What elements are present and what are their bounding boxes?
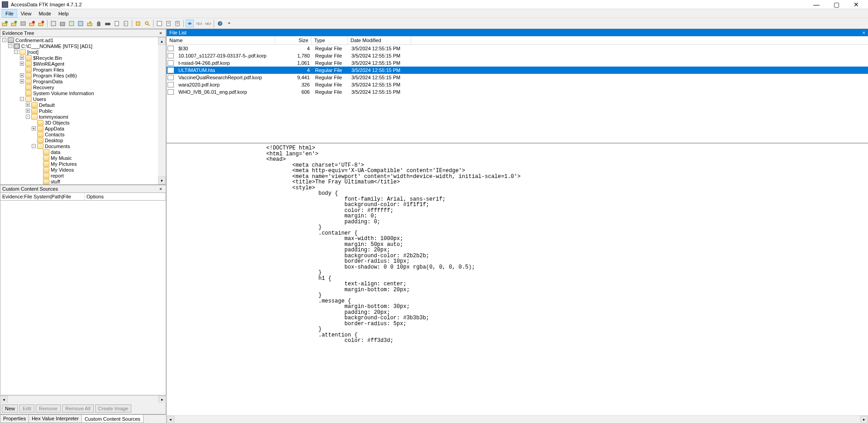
file-list-close-icon[interactable]: × (863, 30, 865, 35)
file-list[interactable]: $I304Regular File3/5/2024 12:55:15 PM10.… (167, 45, 868, 143)
tree-node[interactable]: Desktop (0, 137, 166, 143)
tree-node[interactable]: -C:\C___NONAME [NTFS] [AD1] (0, 43, 166, 49)
tree-expander-icon[interactable]: + (20, 62, 24, 66)
scroll-down-icon[interactable]: ▾ (158, 177, 166, 184)
col-type[interactable]: Type (312, 36, 348, 44)
tree-node[interactable]: My Pictures (0, 161, 166, 167)
tree-expander-icon[interactable]: + (20, 73, 24, 77)
tab-custom[interactable]: Custom Content Sources (82, 415, 144, 423)
scroll-left-icon[interactable]: ◂ (0, 396, 8, 404)
tree-expander-icon[interactable] (32, 138, 36, 142)
toolbar-help-icon[interactable]: ? (216, 19, 224, 28)
tree-expander-icon[interactable] (38, 156, 42, 160)
tree-node[interactable]: -tommyxiaomi (0, 114, 166, 120)
create-image-button[interactable]: Create Image (95, 404, 132, 413)
tree-expander-icon[interactable] (20, 67, 24, 72)
preview-hscroll[interactable]: ◂ ▸ (167, 415, 868, 423)
tree-expander-icon[interactable]: + (26, 103, 30, 107)
menu-mode[interactable]: Mode (35, 9, 55, 18)
file-row[interactable]: WHO_IVB_06.01_eng.pdf.korp606Regular Fil… (167, 88, 868, 96)
minimize-button[interactable]: — (806, 0, 826, 9)
tree-node[interactable]: +Default (0, 102, 166, 108)
toolbar-add-to-custom-icon[interactable] (77, 19, 85, 28)
tree-expander-icon[interactable]: - (2, 38, 6, 42)
custom-hscroll[interactable]: ◂ ▸ (0, 395, 166, 403)
tree-scrollbar[interactable]: ▴ ▾ (158, 37, 166, 184)
toolbar-add-evidence-icon[interactable] (1, 19, 9, 28)
tree-node[interactable]: -[root] (0, 49, 166, 55)
toolbar-remove-all-icon[interactable] (37, 19, 45, 28)
custom-content-close-icon[interactable]: × (158, 186, 164, 192)
toolbar-detect-efs-icon[interactable] (104, 19, 112, 28)
tree-node[interactable]: -Confinement.ad1 (0, 37, 166, 43)
tree-node[interactable]: Program Files (0, 67, 166, 72)
custom-col-options[interactable]: Options (85, 193, 166, 200)
tree-node[interactable]: +Program Files (x86) (0, 72, 166, 78)
file-row[interactable]: 10.1007_s11227-019-03137-5-.pdf.korp1,78… (167, 52, 868, 59)
tree-expander-icon[interactable]: - (8, 44, 12, 48)
toolbar-hex-interpreter-icon[interactable] (173, 19, 182, 28)
toolbar-obtain-protected-icon[interactable] (95, 19, 103, 28)
tree-node[interactable]: +$WinREAgent (0, 61, 166, 67)
col-name[interactable]: Name (167, 36, 275, 44)
menu-file[interactable]: File (2, 9, 17, 18)
tree-expander-icon[interactable] (20, 91, 24, 95)
tree-node[interactable]: +$Recycle.Bin (0, 55, 166, 61)
tree-expander-icon[interactable] (38, 179, 42, 183)
tree-node[interactable]: +Public (0, 108, 166, 114)
tree-node[interactable]: report (0, 173, 166, 178)
tree-expander-icon[interactable]: - (26, 115, 30, 119)
preview-pane[interactable]: <!DOCTYPE html> <html lang='en'> <head> … (167, 143, 868, 415)
file-row[interactable]: VaccineQualResearchReport.pdf.korp9,441R… (167, 74, 868, 81)
tree-expander-icon[interactable] (32, 120, 36, 125)
edit-button[interactable]: Edit (19, 404, 34, 413)
tree-node[interactable]: stuff (0, 178, 166, 184)
toolbar-export-disk-icon[interactable] (58, 19, 67, 28)
tree-expander-icon[interactable] (32, 132, 36, 136)
toolbar-create-custom-icon[interactable] (86, 19, 94, 28)
toolbar-new-window-icon[interactable] (155, 19, 163, 28)
tree-node[interactable]: +AppData (0, 125, 166, 131)
toolbar-add-all-icon[interactable] (10, 19, 18, 28)
new-button[interactable]: New (2, 404, 18, 413)
col-date[interactable]: Date Modified (348, 36, 411, 44)
scroll-up-icon[interactable]: ▴ (158, 37, 166, 45)
scroll-left-icon[interactable]: ◂ (167, 416, 174, 423)
tree-expander-icon[interactable] (38, 173, 42, 178)
tree-expander-icon[interactable]: + (20, 79, 24, 83)
toolbar-export-hash-icon[interactable]: # (122, 19, 130, 28)
toolbar-create-image-icon[interactable] (49, 19, 58, 28)
menu-view[interactable]: View (17, 9, 35, 18)
tree-expander-icon[interactable]: - (20, 97, 24, 101)
evidence-tree-close-icon[interactable]: × (158, 30, 164, 36)
toolbar-refresh-icon[interactable] (134, 19, 142, 28)
tree-node[interactable]: -Users (0, 96, 166, 102)
scroll-right-icon[interactable]: ▸ (158, 396, 166, 404)
toolbar-remove-evidence-icon[interactable] (28, 19, 36, 28)
tree-node[interactable]: System Volume Information (0, 90, 166, 96)
tree-node[interactable]: 3D Objects (0, 120, 166, 125)
tree-node[interactable]: Recovery (0, 84, 166, 90)
tab-hex[interactable]: Hex Value Interpreter (29, 415, 82, 423)
tree-expander-icon[interactable]: + (26, 109, 30, 113)
file-row[interactable]: $I304Regular File3/5/2024 12:55:15 PM (167, 45, 868, 52)
tree-expander-icon[interactable] (38, 162, 42, 166)
remove-all-button[interactable]: Remove All (62, 404, 94, 413)
tree-expander-icon[interactable] (38, 150, 42, 154)
custom-col-evidence[interactable]: Evidence:File System|Path|File (0, 193, 85, 200)
close-button[interactable]: ✕ (846, 0, 866, 9)
col-size[interactable]: Size (275, 36, 312, 44)
tree-expander-icon[interactable]: + (32, 126, 36, 130)
tree-expander-icon[interactable] (20, 85, 24, 89)
tree-expander-icon[interactable]: - (32, 144, 36, 148)
toolbar-text-view-icon[interactable]: TEXT (195, 19, 203, 28)
toolbar-export-logical-icon[interactable] (67, 19, 76, 28)
custom-content-list[interactable] (0, 201, 166, 395)
tree-node[interactable]: Contacts (0, 131, 166, 137)
toolbar-find-icon[interactable] (143, 19, 151, 28)
remove-button[interactable]: Remove (36, 404, 61, 413)
tree-node[interactable]: My Videos (0, 167, 166, 173)
menu-help[interactable]: Help (55, 9, 72, 18)
scroll-right-icon[interactable]: ▸ (860, 416, 868, 423)
toolbar-dropdown-icon[interactable] (225, 19, 233, 28)
